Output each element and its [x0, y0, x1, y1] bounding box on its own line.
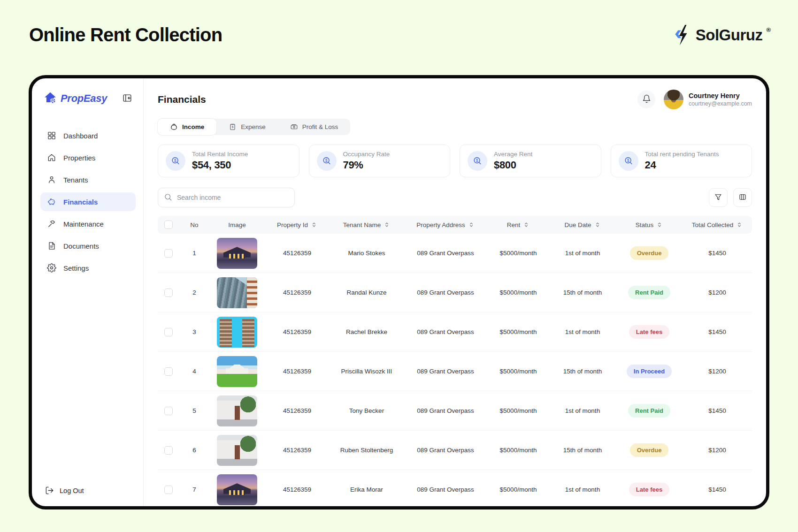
table-row[interactable]: 2 45126359 Randal Kunze 089 Grant Overpa… [158, 273, 752, 312]
stat-cards: $ Total Rental Income $54, 350 $ Occupan… [158, 144, 752, 177]
columns-button[interactable] [733, 188, 752, 207]
page-title: Online Rent Collection [29, 24, 222, 46]
cell-property-id: 45126359 [265, 486, 330, 493]
row-checkbox[interactable] [164, 328, 173, 336]
stat-card: $ Total Rental Income $54, 350 [158, 144, 299, 177]
tab-bar: Income $ Expense Profit & Loss [158, 119, 350, 135]
cell-image [209, 238, 265, 269]
bell-icon [642, 94, 651, 105]
cell-no: 1 [179, 250, 209, 257]
logout-icon [45, 486, 54, 495]
table-row[interactable]: 1 45126359 Mario Stokes 089 Grant Overpa… [158, 234, 752, 273]
dollar-search-icon: $ [317, 151, 337, 171]
search-input[interactable] [158, 188, 295, 207]
sidebar-item-financials[interactable]: Financials [40, 192, 136, 211]
sidebar-item-label: Settings [63, 264, 89, 272]
sidebar: PropEasy Dashboard Properties Tenants Fi… [32, 78, 144, 506]
cell-no: 3 [179, 328, 209, 335]
sidebar-nav: Dashboard Properties Tenants Financials … [40, 126, 136, 277]
hammer-icon [47, 219, 56, 228]
column-header-rent[interactable]: Rent [487, 221, 549, 228]
cell-property-address: 089 Grant Overpass [404, 447, 487, 454]
cell-property-id: 45126359 [265, 447, 330, 454]
row-checkbox-cell [158, 249, 179, 258]
table-body: 1 45126359 Mario Stokes 089 Grant Overpa… [158, 234, 752, 506]
dollar-search-icon: $ [619, 151, 638, 171]
cell-property-id: 45126359 [265, 328, 330, 335]
sidebar-item-label: Financials [63, 198, 98, 206]
table-row[interactable]: 5 45126359 Tony Becker 089 Grant Overpas… [158, 391, 752, 431]
row-checkbox[interactable] [164, 446, 173, 455]
column-header-label: Image [228, 221, 246, 228]
sort-icon [523, 221, 529, 228]
cell-image [209, 435, 265, 466]
sidebar-item-settings[interactable]: Settings [40, 258, 136, 277]
row-checkbox[interactable] [164, 407, 173, 415]
table-row[interactable]: 6 45126359 Ruben Stoltenberg 089 Grant O… [158, 431, 752, 470]
row-checkbox[interactable] [164, 249, 173, 258]
cell-no: 2 [179, 289, 209, 296]
tab-profit-loss[interactable]: Profit & Loss [278, 119, 351, 135]
cell-due-date: 1st of month [549, 407, 616, 414]
notifications-button[interactable] [637, 91, 655, 108]
cell-rent: $5000/month [487, 407, 549, 414]
user-icon [47, 175, 56, 184]
user-profile[interactable]: Courtney Henry courtney@example.com [664, 90, 752, 109]
cell-no: 7 [179, 486, 209, 493]
gear-icon [47, 263, 56, 273]
column-header-property-address[interactable]: Property Address [404, 221, 487, 228]
column-header-due-date[interactable]: Due Date [549, 221, 616, 228]
svg-text:$: $ [232, 125, 234, 129]
sidebar-item-tenants[interactable]: Tenants [40, 170, 136, 189]
cell-status: Overdue [616, 246, 683, 260]
cell-tenant-name: Mario Stokes [330, 250, 404, 257]
cell-due-date: 1st of month [549, 250, 616, 257]
sidebar-item-maintenance[interactable]: Maintenance [40, 214, 136, 233]
table-row[interactable]: 7 45126359 Erika Morar 089 Grant Overpas… [158, 470, 752, 506]
cell-total-collected: $1200 [683, 289, 752, 296]
sidebar-collapse-button[interactable] [121, 92, 134, 105]
row-checkbox[interactable] [164, 486, 173, 494]
status-badge: Late fees [629, 483, 669, 496]
section-title: Financials [158, 94, 206, 105]
sidebar-item-dashboard[interactable]: Dashboard [40, 126, 136, 145]
solguruz-logo: SolGuruz ® [672, 24, 771, 46]
stat-value: $54, 350 [192, 159, 248, 171]
logout-button[interactable]: Log Out [40, 486, 136, 495]
sort-icon [594, 221, 601, 228]
column-header-label: Tenant Name [343, 221, 381, 228]
row-checkbox[interactable] [164, 289, 173, 297]
stat-value: 24 [645, 159, 719, 171]
column-header-property-id[interactable]: Property Id [265, 221, 330, 228]
status-badge: In Proceed [627, 365, 672, 378]
row-checkbox-cell [158, 367, 179, 376]
table-row[interactable]: 4 45126359 Priscilla Wisozk III 089 Gran… [158, 352, 752, 391]
column-header-tenant-name[interactable]: Tenant Name [330, 221, 404, 228]
cell-no: 6 [179, 447, 209, 454]
column-header-status[interactable]: Status [616, 221, 683, 228]
tab-expense[interactable]: $ Expense [216, 119, 278, 135]
column-header-total-collected[interactable]: Total Collected [683, 221, 752, 228]
property-image [217, 474, 257, 505]
cell-status: Rent Paid [616, 286, 683, 299]
cell-no: 4 [179, 368, 209, 375]
filter-button[interactable] [709, 188, 728, 207]
column-header-label: Status [636, 221, 653, 228]
column-header-label: Due Date [564, 221, 591, 228]
select-all-checkbox[interactable] [164, 220, 173, 229]
table-row[interactable]: 3 45126359 Rachel Brekke 089 Grant Overp… [158, 312, 752, 352]
row-checkbox[interactable] [164, 367, 173, 376]
sidebar-item-label: Dashboard [63, 132, 98, 140]
app-window: PropEasy Dashboard Properties Tenants Fi… [29, 75, 769, 509]
propeasy-logo-text: PropEasy [61, 92, 107, 105]
cell-tenant-name: Ruben Stoltenberg [330, 447, 404, 454]
sidebar-item-documents[interactable]: Documents [40, 236, 136, 255]
property-image [217, 277, 257, 308]
cell-image [209, 474, 265, 505]
cell-tenant-name: Rachel Brekke [330, 328, 404, 335]
column-header-label: Total Collected [692, 221, 734, 228]
sidebar-item-properties[interactable]: Properties [40, 148, 136, 167]
tab-income[interactable]: Income [158, 119, 216, 135]
search-box [158, 188, 295, 207]
columns-icon [738, 193, 747, 203]
